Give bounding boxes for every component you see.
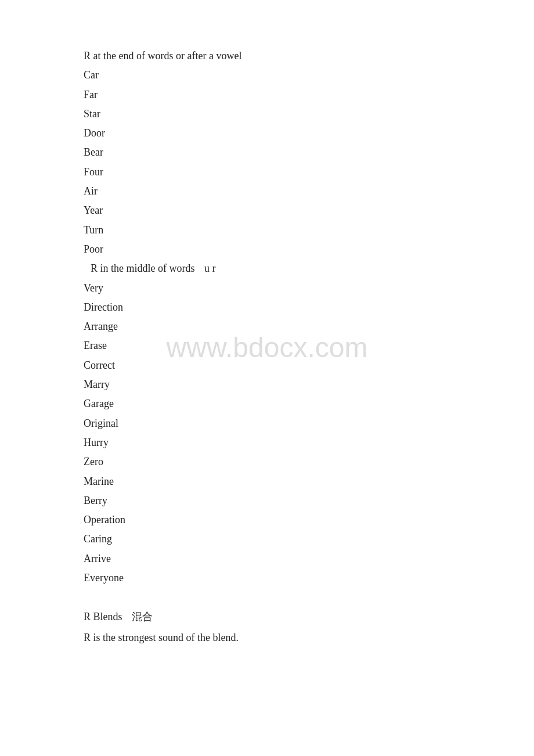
list-item: Star [84, 105, 450, 124]
list-item: Original [84, 414, 450, 433]
section1-header: R at the end of words or after a vowel [84, 46, 450, 66]
list-item: Berry [84, 491, 450, 510]
list-item: Year [84, 201, 450, 220]
list-item: Very [84, 279, 450, 298]
list-item: Air [84, 182, 450, 201]
list-item: Car [84, 66, 450, 85]
blends-title-zh: 混合 [132, 611, 153, 622]
list-item: Poor [84, 240, 450, 259]
list-item: Direction [84, 298, 450, 317]
list-item: Arrange [84, 317, 450, 336]
list-item: Arrive [84, 549, 450, 568]
blends-subtitle: R is the strongest sound of the blend. [84, 627, 450, 648]
list-item: Far [84, 85, 450, 105]
list-item: Marry [84, 375, 450, 394]
list-item: Bear [84, 143, 450, 162]
list-item: Caring [84, 530, 450, 549]
section1-words: Car Far Star Door Bear Four Air Year Tur… [84, 66, 450, 259]
list-item: Marine [84, 472, 450, 491]
list-item: Hurry [84, 433, 450, 452]
list-item: Four [84, 163, 450, 182]
list-item: Door [84, 124, 450, 143]
section3: R Blends 混合 R is the strongest sound of … [84, 606, 450, 648]
list-item: Garage [84, 394, 450, 413]
section2-words: Very Direction Arrange Erase Correct Mar… [84, 279, 450, 588]
list-item: Turn [84, 221, 450, 240]
list-item: Correct [84, 356, 450, 375]
list-item: Erase [84, 336, 450, 355]
list-item: Zero [84, 452, 450, 471]
list-item: Everyone [84, 568, 450, 588]
blends-title-en: R Blends [84, 611, 122, 622]
list-item: Operation [84, 510, 450, 530]
section2-header-main: R in the middle of words [91, 259, 194, 278]
blends-title: R Blends 混合 [84, 606, 450, 627]
section2-header: R in the middle of words u r [84, 259, 450, 278]
page-container: www.bdocx.com R at the end of words or a… [0, 0, 534, 694]
section2-header-suffix: u r [204, 259, 216, 278]
